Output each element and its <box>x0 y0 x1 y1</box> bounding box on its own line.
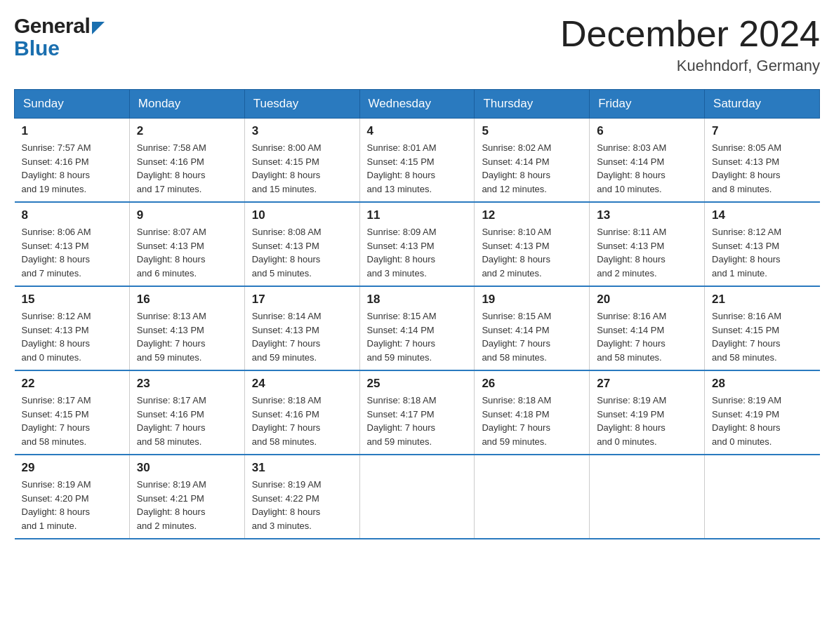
day-number: 19 <box>482 293 582 307</box>
calendar-week-row: 15 Sunrise: 8:12 AMSunset: 4:13 PMDaylig… <box>15 286 820 370</box>
calendar-cell: 22 Sunrise: 8:17 AMSunset: 4:15 PMDaylig… <box>15 370 130 455</box>
day-info: Sunrise: 8:06 AMSunset: 4:13 PMDaylight:… <box>22 225 122 280</box>
calendar-cell <box>359 455 475 539</box>
calendar-cell <box>475 455 590 539</box>
day-info: Sunrise: 8:11 AMSunset: 4:13 PMDaylight:… <box>597 225 697 280</box>
day-info: Sunrise: 8:00 AMSunset: 4:15 PMDaylight:… <box>252 141 352 196</box>
day-info: Sunrise: 8:10 AMSunset: 4:13 PMDaylight:… <box>482 225 582 280</box>
day-number: 20 <box>597 293 697 307</box>
calendar-cell: 30 Sunrise: 8:19 AMSunset: 4:21 PMDaylig… <box>129 455 244 539</box>
day-number: 15 <box>22 293 122 307</box>
calendar-cell: 12 Sunrise: 8:10 AMSunset: 4:13 PMDaylig… <box>475 202 590 286</box>
day-info: Sunrise: 8:17 AMSunset: 4:16 PMDaylight:… <box>137 394 237 448</box>
day-number: 6 <box>597 124 697 138</box>
day-number: 14 <box>712 208 812 222</box>
calendar-cell: 13 Sunrise: 8:11 AMSunset: 4:13 PMDaylig… <box>590 202 705 286</box>
calendar-cell: 14 Sunrise: 8:12 AMSunset: 4:13 PMDaylig… <box>705 202 820 286</box>
calendar-title: December 2024 <box>560 14 820 54</box>
calendar-cell: 18 Sunrise: 8:15 AMSunset: 4:14 PMDaylig… <box>359 286 475 370</box>
calendar-cell: 5 Sunrise: 8:02 AMSunset: 4:14 PMDayligh… <box>475 119 590 203</box>
calendar-cell: 16 Sunrise: 8:13 AMSunset: 4:13 PMDaylig… <box>129 286 244 370</box>
day-info: Sunrise: 8:19 AMSunset: 4:19 PMDaylight:… <box>712 394 812 448</box>
day-info: Sunrise: 8:19 AMSunset: 4:21 PMDaylight:… <box>137 478 237 532</box>
day-number: 16 <box>137 293 237 307</box>
day-number: 30 <box>137 461 237 475</box>
day-info: Sunrise: 8:15 AMSunset: 4:14 PMDaylight:… <box>482 309 582 364</box>
calendar-cell: 19 Sunrise: 8:15 AMSunset: 4:14 PMDaylig… <box>475 286 590 370</box>
day-info: Sunrise: 8:18 AMSunset: 4:18 PMDaylight:… <box>482 394 582 448</box>
calendar-cell: 7 Sunrise: 8:05 AMSunset: 4:13 PMDayligh… <box>705 119 820 203</box>
day-info: Sunrise: 8:12 AMSunset: 4:13 PMDaylight:… <box>712 225 812 280</box>
day-info: Sunrise: 8:13 AMSunset: 4:13 PMDaylight:… <box>137 309 237 364</box>
day-number: 10 <box>252 208 352 222</box>
header-monday: Monday <box>129 90 244 119</box>
day-info: Sunrise: 8:19 AMSunset: 4:20 PMDaylight:… <box>22 478 122 532</box>
day-number: 5 <box>482 124 582 138</box>
day-info: Sunrise: 8:19 AMSunset: 4:22 PMDaylight:… <box>252 478 352 532</box>
day-number: 4 <box>367 124 468 138</box>
calendar-cell: 6 Sunrise: 8:03 AMSunset: 4:14 PMDayligh… <box>590 119 705 203</box>
day-info: Sunrise: 7:57 AMSunset: 4:16 PMDaylight:… <box>22 141 122 196</box>
calendar-cell: 2 Sunrise: 7:58 AMSunset: 4:16 PMDayligh… <box>129 119 244 203</box>
day-info: Sunrise: 8:01 AMSunset: 4:15 PMDaylight:… <box>367 141 468 196</box>
page-header: General Blue December 2024 Kuehndorf, Ge… <box>14 14 820 75</box>
calendar-week-row: 1 Sunrise: 7:57 AMSunset: 4:16 PMDayligh… <box>15 119 820 203</box>
calendar-week-row: 22 Sunrise: 8:17 AMSunset: 4:15 PMDaylig… <box>15 370 820 455</box>
day-number: 3 <box>252 124 352 138</box>
calendar-week-row: 8 Sunrise: 8:06 AMSunset: 4:13 PMDayligh… <box>15 202 820 286</box>
calendar-cell <box>705 455 820 539</box>
day-number: 11 <box>367 208 468 222</box>
calendar-cell: 1 Sunrise: 7:57 AMSunset: 4:16 PMDayligh… <box>15 119 130 203</box>
header-thursday: Thursday <box>475 90 590 119</box>
day-number: 22 <box>22 377 122 391</box>
calendar-cell: 3 Sunrise: 8:00 AMSunset: 4:15 PMDayligh… <box>244 119 359 203</box>
day-info: Sunrise: 7:58 AMSunset: 4:16 PMDaylight:… <box>137 141 237 196</box>
calendar-cell: 4 Sunrise: 8:01 AMSunset: 4:15 PMDayligh… <box>359 119 475 203</box>
day-info: Sunrise: 8:09 AMSunset: 4:13 PMDaylight:… <box>367 225 468 280</box>
day-number: 12 <box>482 208 582 222</box>
calendar-cell: 15 Sunrise: 8:12 AMSunset: 4:13 PMDaylig… <box>15 286 130 370</box>
calendar-cell: 24 Sunrise: 8:18 AMSunset: 4:16 PMDaylig… <box>244 370 359 455</box>
day-number: 25 <box>367 377 468 391</box>
calendar-cell: 17 Sunrise: 8:14 AMSunset: 4:13 PMDaylig… <box>244 286 359 370</box>
day-info: Sunrise: 8:12 AMSunset: 4:13 PMDaylight:… <box>22 309 122 364</box>
calendar-location: Kuehndorf, Germany <box>560 57 820 75</box>
day-info: Sunrise: 8:16 AMSunset: 4:15 PMDaylight:… <box>712 309 812 364</box>
logo-general-text: General <box>14 14 90 38</box>
header-saturday: Saturday <box>705 90 820 119</box>
day-number: 31 <box>252 461 352 475</box>
day-info: Sunrise: 8:18 AMSunset: 4:16 PMDaylight:… <box>252 394 352 448</box>
calendar-cell: 25 Sunrise: 8:18 AMSunset: 4:17 PMDaylig… <box>359 370 475 455</box>
calendar-header-row: Sunday Monday Tuesday Wednesday Thursday… <box>15 90 820 119</box>
logo: General Blue <box>14 14 105 60</box>
day-number: 28 <box>712 377 812 391</box>
logo-blue-text: Blue <box>14 36 60 60</box>
day-number: 7 <box>712 124 812 138</box>
day-number: 29 <box>22 461 122 475</box>
day-info: Sunrise: 8:15 AMSunset: 4:14 PMDaylight:… <box>367 309 468 364</box>
day-info: Sunrise: 8:07 AMSunset: 4:13 PMDaylight:… <box>137 225 237 280</box>
day-info: Sunrise: 8:03 AMSunset: 4:14 PMDaylight:… <box>597 141 697 196</box>
day-info: Sunrise: 8:19 AMSunset: 4:19 PMDaylight:… <box>597 394 697 448</box>
day-info: Sunrise: 8:02 AMSunset: 4:14 PMDaylight:… <box>482 141 582 196</box>
day-number: 21 <box>712 293 812 307</box>
calendar-cell: 26 Sunrise: 8:18 AMSunset: 4:18 PMDaylig… <box>475 370 590 455</box>
calendar-table: Sunday Monday Tuesday Wednesday Thursday… <box>14 89 820 539</box>
header-wednesday: Wednesday <box>359 90 475 119</box>
day-info: Sunrise: 8:17 AMSunset: 4:15 PMDaylight:… <box>22 394 122 448</box>
calendar-cell: 23 Sunrise: 8:17 AMSunset: 4:16 PMDaylig… <box>129 370 244 455</box>
calendar-cell: 21 Sunrise: 8:16 AMSunset: 4:15 PMDaylig… <box>705 286 820 370</box>
calendar-cell: 29 Sunrise: 8:19 AMSunset: 4:20 PMDaylig… <box>15 455 130 539</box>
calendar-cell: 20 Sunrise: 8:16 AMSunset: 4:14 PMDaylig… <box>590 286 705 370</box>
day-info: Sunrise: 8:05 AMSunset: 4:13 PMDaylight:… <box>712 141 812 196</box>
day-info: Sunrise: 8:18 AMSunset: 4:17 PMDaylight:… <box>367 394 468 448</box>
calendar-cell <box>590 455 705 539</box>
day-number: 18 <box>367 293 468 307</box>
header-tuesday: Tuesday <box>244 90 359 119</box>
title-block: December 2024 Kuehndorf, Germany <box>560 14 820 75</box>
day-number: 9 <box>137 208 237 222</box>
header-friday: Friday <box>590 90 705 119</box>
day-number: 17 <box>252 293 352 307</box>
day-number: 1 <box>22 124 122 138</box>
day-number: 8 <box>22 208 122 222</box>
